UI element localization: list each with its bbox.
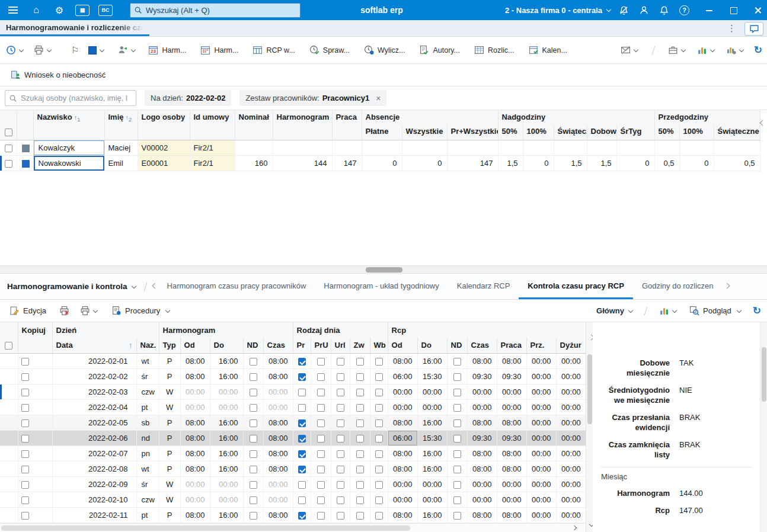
pru-cell[interactable] — [311, 368, 331, 384]
date-cell[interactable]: 2022-02-09 — [52, 476, 136, 492]
select-all-header[interactable] — [0, 338, 18, 353]
day-type-cell[interactable]: W — [159, 399, 180, 415]
dyzur-cell[interactable]: 00:00 — [556, 461, 586, 476]
view-selector[interactable]: Główny — [596, 306, 634, 315]
select-all-checkbox[interactable] — [5, 129, 12, 136]
copy-checkbox[interactable] — [21, 466, 29, 473]
sched-nd-cell[interactable] — [243, 446, 263, 461]
sched-time-cell[interactable]: 08:00 — [263, 368, 293, 384]
sched-nd-checkbox[interactable] — [250, 419, 257, 427]
copy-checkbox[interactable] — [21, 419, 29, 427]
col-wszystkie[interactable]: Wszystkie — [402, 124, 447, 140]
copy-checkbox[interactable] — [21, 496, 29, 504]
operations-menu-button[interactable] — [5, 43, 25, 57]
sched-from-cell[interactable]: 08:00 — [180, 430, 210, 446]
zw-cell[interactable] — [350, 461, 370, 476]
rcp-button[interactable]: RCP w... — [249, 42, 298, 58]
rcp-time-cell[interactable]: 09:30 — [467, 368, 497, 384]
sprawdzenie-button[interactable]: Spraw... — [306, 42, 353, 58]
schedule-row[interactable]: 2022-02-01 wt P 08:00 16:00 08:00 08:00 … — [0, 353, 586, 368]
rcp-nd-cell[interactable] — [447, 507, 467, 523]
col-praca[interactable]: Praca — [497, 338, 526, 353]
col-nad-100[interactable]: 100% — [523, 124, 554, 140]
schedule-row[interactable]: 2022-02-05 sb P 08:00 16:00 08:00 08:00 … — [0, 415, 586, 430]
day-type-cell[interactable]: P — [159, 368, 180, 384]
print-menu-button[interactable] — [79, 303, 100, 318]
sched-nd-checkbox[interactable] — [250, 358, 257, 366]
zw-cell[interactable] — [350, 446, 370, 461]
url-cell[interactable] — [331, 368, 350, 384]
rcp-time-cell[interactable]: 00:00 — [467, 384, 497, 399]
url-checkbox[interactable] — [337, 435, 344, 443]
schedule-vertical-scrollbar[interactable] — [586, 322, 593, 532]
date-cell[interactable]: 2022-02-01 — [52, 353, 136, 368]
sched-to-cell[interactable]: 00:00 — [210, 399, 243, 415]
prz-cell[interactable]: 00:00 — [526, 476, 556, 492]
day-type-cell[interactable]: P — [159, 507, 180, 523]
col-url[interactable]: Url — [331, 338, 350, 353]
col-rcp-od[interactable]: Od — [388, 338, 417, 353]
zw-cell[interactable] — [350, 368, 370, 384]
pru-cell[interactable] — [311, 492, 331, 507]
menu-icon[interactable] — [6, 3, 20, 17]
rcp-time-cell[interactable]: 08:00 — [467, 507, 497, 523]
date-cell[interactable]: 2022-02-07 — [52, 446, 136, 461]
surname-cell[interactable]: Nowakowski — [33, 155, 104, 171]
pru-checkbox[interactable] — [317, 450, 325, 458]
przedgodziny-100-cell[interactable] — [679, 140, 714, 155]
schedule-horizontal-scrollbar[interactable] — [0, 523, 586, 532]
day-type-cell[interactable]: P — [159, 446, 180, 461]
zw-cell[interactable] — [350, 415, 370, 430]
url-checkbox[interactable] — [337, 358, 344, 366]
kalendarz-button[interactable]: Kalen... — [525, 42, 571, 58]
pru-cell[interactable] — [311, 476, 331, 492]
scrollbar-thumb[interactable] — [762, 347, 766, 402]
rcp-from-cell[interactable]: 00:00 — [388, 492, 417, 507]
pru-checkbox[interactable] — [317, 404, 325, 412]
copy-cell[interactable] — [18, 368, 52, 384]
sched-nd-cell[interactable] — [243, 492, 263, 507]
date-cell[interactable]: 2022-02-04 — [52, 399, 136, 415]
contract-id-cell[interactable]: Fir2/1 — [190, 155, 235, 171]
row-select-cell[interactable] — [0, 140, 17, 155]
tab-harmonogramowanie[interactable]: Harmonogramowanie i rozliczenie czas — [0, 20, 149, 36]
sched-to-cell[interactable]: 00:00 — [210, 384, 243, 399]
bottom-tab[interactable]: Harmonogram czasu pracy pracowników — [158, 274, 315, 299]
praca-cell[interactable]: 08:00 — [497, 415, 526, 430]
day-name-cell[interactable]: nd — [136, 430, 159, 446]
col-zw[interactable]: Zw — [350, 338, 370, 353]
wb-checkbox[interactable] — [375, 496, 383, 504]
surname-cell[interactable]: Kowalczyk — [33, 140, 104, 155]
pru-cell[interactable] — [311, 430, 331, 446]
nadgodziny-swiateczne-cell[interactable]: 1,5 — [554, 155, 587, 171]
date-cell[interactable]: 2022-02-02 — [52, 368, 136, 384]
sched-from-cell[interactable]: 08:00 — [180, 368, 210, 384]
day-name-cell[interactable]: śr — [136, 368, 159, 384]
col-prz[interactable]: Prz. — [526, 338, 556, 353]
zw-checkbox[interactable] — [356, 404, 364, 412]
day-name-cell[interactable]: wt — [136, 461, 159, 476]
col-rcp-do[interactable]: Do — [417, 338, 447, 353]
date-cell[interactable]: 2022-02-10 — [52, 492, 136, 507]
zw-cell[interactable] — [350, 476, 370, 492]
row-select-checkbox[interactable] — [5, 145, 12, 152]
rcp-nd-checkbox[interactable] — [453, 404, 461, 412]
rcp-nd-cell[interactable] — [447, 461, 467, 476]
row-select-checkbox[interactable] — [5, 160, 12, 168]
wb-checkbox[interactable] — [375, 435, 383, 443]
url-checkbox[interactable] — [337, 481, 344, 489]
sched-from-cell[interactable]: 08:00 — [180, 446, 210, 461]
wb-cell[interactable] — [370, 507, 388, 523]
sched-from-cell[interactable]: 08:00 — [180, 415, 210, 430]
col-imie[interactable]: Imię↑2 — [104, 110, 138, 140]
rcp-nd-checkbox[interactable] — [453, 419, 461, 427]
col-nominal[interactable]: Nominał — [235, 110, 273, 140]
day-type-cell[interactable]: P — [159, 430, 180, 446]
praca-cell[interactable]: 08:00 — [497, 353, 526, 368]
day-type-cell[interactable]: P — [159, 353, 180, 368]
dyzur-cell[interactable]: 00:00 — [556, 446, 586, 461]
sched-to-cell[interactable]: 16:00 — [210, 461, 243, 476]
dyzur-cell[interactable]: 00:00 — [556, 384, 586, 399]
schedule-row[interactable]: 2022-02-02 śr P 08:00 16:00 08:00 06:00 … — [0, 368, 586, 384]
praca-cell[interactable]: 00:00 — [497, 399, 526, 415]
